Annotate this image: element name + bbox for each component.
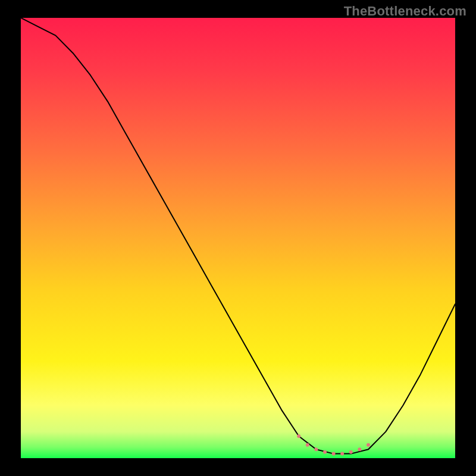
- chart-stage: TheBottleneck.com: [0, 0, 476, 476]
- gradient-background: [21, 18, 455, 458]
- valley-marker: [358, 447, 361, 451]
- valley-marker: [332, 452, 336, 456]
- valley-marker: [314, 447, 318, 451]
- watermark-label: TheBottleneck.com: [344, 4, 466, 19]
- valley-marker: [349, 450, 353, 454]
- valley-marker: [367, 443, 370, 447]
- chart-svg: [21, 18, 455, 458]
- valley-marker: [297, 434, 300, 438]
- valley-marker: [323, 450, 327, 454]
- valley-marker: [340, 452, 344, 456]
- valley-marker: [306, 443, 309, 447]
- chart-plot-area: [21, 18, 455, 458]
